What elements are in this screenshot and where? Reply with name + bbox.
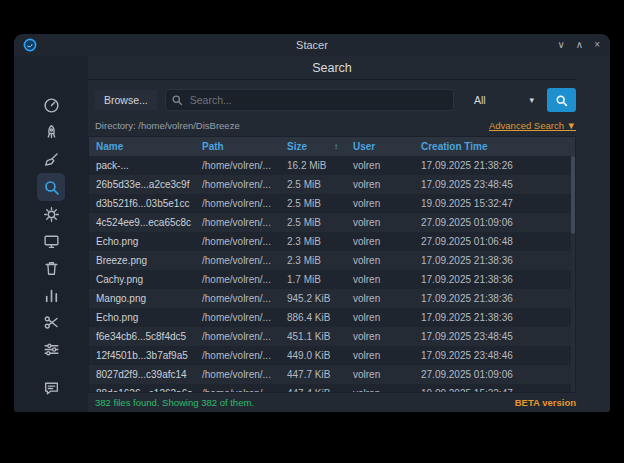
title-bar[interactable]: Stacer ∨ ∧ ×	[14, 34, 610, 56]
scissors-icon	[43, 314, 60, 331]
table-row[interactable]: Mango.png /home/volren/... 945.2 KiB vol…	[89, 289, 575, 308]
screen: Stacer ∨ ∧ ×	[0, 0, 624, 463]
cell-name: 12f4501b...3b7af9a5	[89, 350, 195, 361]
cell-user: volren	[346, 198, 414, 209]
cell-size: 449.0 KiB	[280, 350, 346, 361]
cell-name: 8027d2f9...c39afc14	[89, 369, 195, 380]
sidebar-item-feedback[interactable]	[37, 375, 65, 402]
sidebar-item-settings[interactable]	[37, 336, 65, 363]
cell-user: volren	[346, 274, 414, 285]
cell-name: 26b5d33e...a2ce3c9f	[89, 179, 195, 190]
search-input[interactable]	[165, 89, 454, 111]
table-body: pack-... /home/volren/... 16.2 MiB volre…	[89, 156, 575, 392]
cell-size: 886.4 KiB	[280, 312, 346, 323]
column-header-name[interactable]: Name	[89, 141, 195, 152]
cell-user: volren	[346, 236, 414, 247]
dashboard-icon	[43, 97, 60, 114]
table-row[interactable]: 12f4501b...3b7af9a5 /home/volren/... 449…	[89, 346, 575, 365]
cell-size: 945.2 KiB	[280, 293, 346, 304]
beta-version-label: BETA version	[515, 397, 576, 408]
cell-path: /home/volren/...	[195, 236, 280, 247]
table-row[interactable]: pack-... /home/volren/... 16.2 MiB volre…	[89, 156, 575, 175]
table-row[interactable]: Echo.png /home/volren/... 886.4 KiB volr…	[89, 308, 575, 327]
column-header-user[interactable]: User	[346, 141, 414, 152]
cell-path: /home/volren/...	[195, 274, 280, 285]
sidebar-item-startup-apps[interactable]	[37, 119, 65, 146]
table-row[interactable]: 88da1626...c1262a6a /home/volren/... 447…	[89, 384, 575, 392]
column-header-size[interactable]: Size ↕	[280, 141, 346, 152]
cell-user: volren	[346, 255, 414, 266]
sidebar-item-resources[interactable]	[37, 282, 65, 309]
broom-icon	[43, 151, 60, 168]
sidebar-item-search[interactable]	[37, 173, 65, 201]
table-row[interactable]: Breeze.png /home/volren/... 2.3 MiB volr…	[89, 251, 575, 270]
chevron-down-icon: ▾	[529, 95, 534, 105]
cell-path: /home/volren/...	[195, 160, 280, 171]
table-row[interactable]: Cachy.png /home/volren/... 1.7 MiB volre…	[89, 270, 575, 289]
cell-creation-time: 17.09.2025 21:38:36	[414, 274, 575, 285]
cell-name: pack-...	[89, 160, 195, 171]
filter-dropdown[interactable]: All ▾	[462, 89, 542, 111]
sort-icon[interactable]: ↕	[334, 142, 338, 151]
minimize-button[interactable]: ∨	[558, 34, 565, 56]
directory-label: Directory: /home/volren/DisBreeze	[95, 120, 240, 131]
sidebar-item-system-cleaner[interactable]	[37, 146, 65, 173]
table-row[interactable]: d3b521f6...03b5e1cc /home/volren/... 2.5…	[89, 194, 575, 213]
results-table: Name Path Size ↕ User Creation Time pack…	[88, 136, 576, 392]
table-row[interactable]: Echo.png /home/volren/... 2.3 MiB volren…	[89, 232, 575, 251]
advanced-search-link[interactable]: Advanced Search ▼	[489, 120, 576, 131]
cell-user: volren	[346, 369, 414, 380]
maximize-button[interactable]: ∧	[576, 34, 583, 56]
cell-name: Echo.png	[89, 312, 195, 323]
cell-creation-time: 17.09.2025 23:48:45	[414, 179, 575, 190]
status-bar: 382 files found. Showing 382 of them. BE…	[88, 392, 576, 412]
column-header-creation-time[interactable]: Creation Time	[414, 141, 575, 152]
filter-value: All	[474, 94, 486, 106]
chat-bubble-icon	[43, 380, 60, 397]
cell-size: 2.5 MiB	[280, 198, 346, 209]
cell-path: /home/volren/...	[195, 312, 280, 323]
processes-icon	[43, 233, 60, 250]
cell-size: 16.2 MiB	[280, 160, 346, 171]
sidebar-item-helpers[interactable]	[37, 309, 65, 336]
cell-creation-time: 17.09.2025 21:38:36	[414, 293, 575, 304]
table-header: Name Path Size ↕ User Creation Time	[89, 137, 575, 156]
cell-size: 447.4 KiB	[280, 388, 346, 392]
cell-path: /home/volren/...	[195, 179, 280, 190]
table-scrollbar[interactable]	[571, 156, 575, 392]
table-row[interactable]: f6e34cb6...5c8f4dc5 /home/volren/... 451…	[89, 327, 575, 346]
column-header-path[interactable]: Path	[195, 141, 280, 152]
sidebar-item-services[interactable]	[37, 201, 65, 228]
cell-user: volren	[346, 388, 414, 392]
cell-creation-time: 17.09.2025 23:48:46	[414, 350, 575, 361]
cell-name: Mango.png	[89, 293, 195, 304]
stacer-window: Stacer ∨ ∧ ×	[14, 34, 610, 412]
search-submit-button[interactable]	[547, 88, 576, 112]
cell-user: volren	[346, 312, 414, 323]
table-row[interactable]: 4c524ee9...eca65c8c /home/volren/... 2.5…	[89, 213, 575, 232]
cell-creation-time: 19.09.2025 15:32:47	[414, 198, 575, 209]
cell-name: f6e34cb6...5c8f4dc5	[89, 331, 195, 342]
cell-creation-time: 17.09.2025 21:38:26	[414, 160, 575, 171]
table-row[interactable]: 8027d2f9...c39afc14 /home/volren/... 447…	[89, 365, 575, 384]
page-header: Search	[88, 56, 576, 80]
cell-user: volren	[346, 160, 414, 171]
content-area: Search Browse... All ▾	[88, 56, 610, 412]
browse-button[interactable]: Browse...	[95, 90, 157, 110]
cell-name: d3b521f6...03b5e1cc	[89, 198, 195, 209]
cell-creation-time: 17.09.2025 21:38:36	[414, 255, 575, 266]
sidebar-item-uninstaller[interactable]	[37, 255, 65, 282]
cell-size: 447.7 KiB	[280, 369, 346, 380]
sidebar-item-processes[interactable]	[37, 228, 65, 255]
search-field-wrap	[165, 89, 454, 111]
search-button-icon	[555, 94, 568, 107]
scrollbar-thumb[interactable]	[571, 156, 575, 234]
sidebar-item-dashboard[interactable]	[37, 92, 65, 119]
bar-chart-icon	[43, 287, 60, 304]
table-row[interactable]: 26b5d33e...a2ce3c9f /home/volren/... 2.5…	[89, 175, 575, 194]
window-title: Stacer	[14, 39, 610, 51]
cell-path: /home/volren/...	[195, 350, 280, 361]
close-button[interactable]: ×	[594, 34, 600, 56]
cell-creation-time: 27.09.2025 01:06:48	[414, 236, 575, 247]
cell-creation-time: 27.09.2025 01:09:06	[414, 369, 575, 380]
